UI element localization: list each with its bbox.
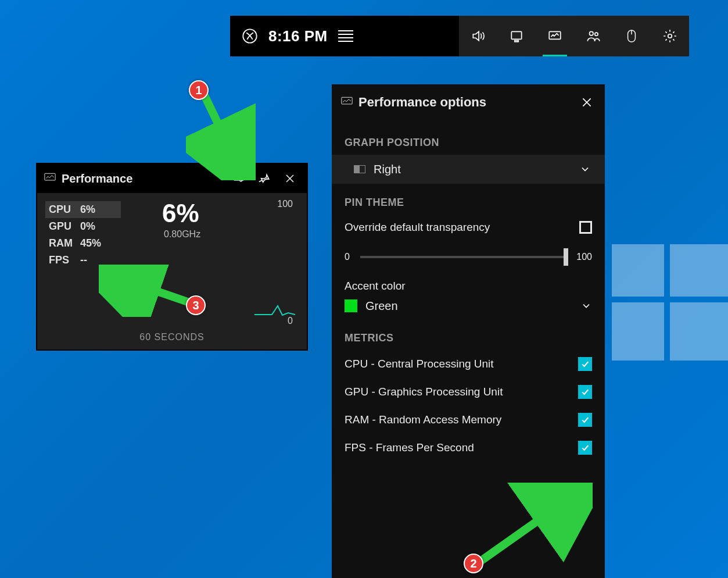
game-bar-topbar: 8:16 PM — [230, 16, 689, 56]
sub-value: 0.80GHz — [164, 229, 200, 240]
svg-rect-1 — [511, 31, 521, 39]
svg-rect-2 — [515, 41, 519, 42]
metric-fps: FPS - Frames Per Second — [345, 434, 592, 462]
clock: 8:16 PM — [268, 27, 328, 45]
stat-fps[interactable]: FPS -- — [45, 252, 121, 269]
graph-ymax: 100 — [277, 199, 293, 209]
graph-sparkline — [254, 300, 295, 317]
accent-color-label: Accent color — [345, 280, 592, 292]
svg-point-5 — [595, 33, 598, 35]
position-preview-icon — [354, 165, 365, 173]
svg-point-13 — [240, 179, 242, 181]
settings-button[interactable] — [651, 16, 689, 56]
accent-color-dropdown[interactable]: Green — [345, 292, 592, 319]
annotation-badge-1: 1 — [189, 80, 209, 100]
metric-gpu: GPU - Graphics Processing Unit — [345, 378, 592, 406]
metric-ram: RAM - Random Access Memory — [345, 406, 592, 434]
big-value: 6% — [162, 199, 199, 228]
windows-logo — [612, 244, 728, 361]
metric-cpu: CPU - Central Processing Unit — [345, 350, 592, 378]
override-transparency-label: Override default transparency — [345, 221, 490, 234]
metric-gpu-checkbox[interactable] — [578, 385, 592, 399]
accent-swatch — [345, 299, 357, 312]
close-icon[interactable] — [280, 169, 300, 188]
performance-options-panel: Performance options GRAPH POSITION Right… — [332, 84, 605, 578]
options-icon[interactable] — [229, 169, 249, 188]
transparency-slider[interactable]: 0 100 — [345, 252, 592, 262]
metric-fps-checkbox[interactable] — [578, 441, 592, 455]
xbox-icon[interactable] — [242, 28, 258, 44]
svg-point-8 — [668, 34, 672, 38]
chevron-down-icon — [580, 300, 592, 312]
slider-thumb[interactable] — [564, 248, 568, 266]
performance-widget: Performance CPU 6% GPU 0% — [36, 163, 308, 351]
options-title-icon — [341, 97, 353, 108]
performance-title: Performance — [62, 172, 132, 185]
chevron-down-icon — [579, 163, 591, 175]
pin-icon[interactable] — [254, 169, 274, 188]
close-icon[interactable] — [578, 94, 596, 111]
metrics-heading: METRICS — [345, 332, 592, 344]
performance-button[interactable] — [536, 16, 574, 56]
social-button[interactable] — [574, 16, 612, 56]
capture-button[interactable] — [497, 16, 536, 56]
menu-icon[interactable] — [338, 30, 353, 42]
slider-min: 0 — [345, 252, 350, 262]
graph-position-dropdown[interactable]: Right — [332, 155, 605, 184]
svg-point-11 — [236, 175, 238, 177]
slider-max: 100 — [576, 252, 592, 262]
stats-list: CPU 6% GPU 0% RAM 45% FPS -- — [45, 201, 121, 342]
override-transparency-checkbox[interactable] — [579, 221, 592, 234]
mouse-button[interactable] — [612, 16, 651, 56]
svg-point-4 — [590, 31, 594, 35]
pin-theme-heading: PIN THEME — [345, 197, 592, 209]
graph-position-heading: GRAPH POSITION — [345, 137, 592, 149]
svg-line-19 — [203, 93, 238, 166]
audio-button[interactable] — [459, 16, 497, 56]
metric-ram-checkbox[interactable] — [578, 413, 592, 427]
performance-title-icon — [44, 173, 56, 184]
metric-cpu-checkbox[interactable] — [578, 357, 592, 371]
options-title: Performance options — [358, 95, 486, 110]
stat-cpu[interactable]: CPU 6% — [45, 201, 121, 218]
stat-gpu[interactable]: GPU 0% — [45, 218, 121, 235]
graph-xlabel: 60 SECONDS — [139, 332, 204, 342]
stat-ram[interactable]: RAM 45% — [45, 235, 121, 252]
